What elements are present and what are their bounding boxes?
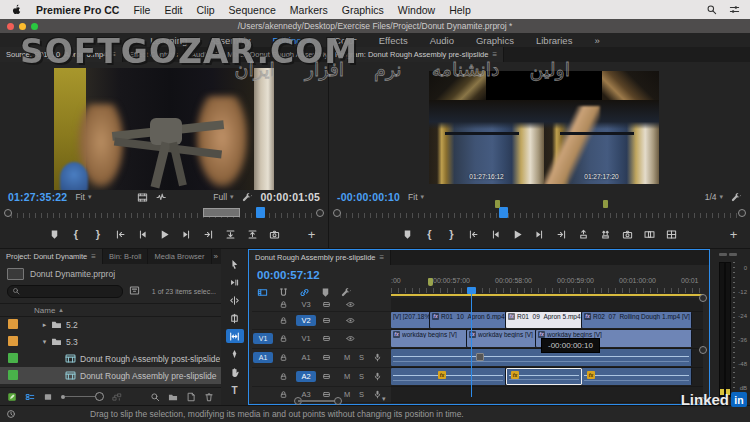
panel-tab-overflow-button[interactable]: » xyxy=(321,47,325,62)
solo-track-button[interactable]: S xyxy=(359,372,364,381)
new-bin-button[interactable] xyxy=(168,392,178,402)
apple-menu-icon[interactable] xyxy=(10,4,22,16)
sequence-marker[interactable] xyxy=(428,278,433,286)
panel-menu-icon[interactable]: ≡ xyxy=(492,50,497,59)
project-tab-media-browser[interactable]: Media Browser xyxy=(148,249,211,264)
track-target-v2[interactable]: V2 xyxy=(296,315,316,326)
settings-wrench-icon[interactable] xyxy=(242,192,253,203)
timeline-clip[interactable]: fxR02_07_Rolling Dough 1.mp4 [V] xyxy=(582,312,692,328)
drag-video-icon[interactable] xyxy=(137,192,148,203)
sync-lock-icon[interactable] xyxy=(322,316,331,325)
program-tab-program-donut-rough-assembly-pre-slipslide[interactable]: Program: Donut Rough Assembly pre-slipsl… xyxy=(329,47,504,62)
lock-icon[interactable] xyxy=(279,300,288,309)
workspace-tab-assembly[interactable]: Assembly xyxy=(209,35,250,46)
source-tab-audio-clip-mixer-donut-rough-assembly-p[interactable]: Audio Clip Mixer: Donut Rough Assembly p xyxy=(185,47,328,62)
panel-menu-icon[interactable]: ≡ xyxy=(111,50,116,59)
overwrite-button[interactable] xyxy=(246,227,259,241)
hand-tool-button[interactable] xyxy=(226,365,244,379)
source-patch-empty[interactable] xyxy=(253,371,273,382)
source-resolution-select[interactable]: Full▾ xyxy=(213,192,233,202)
workspace-tab-audio[interactable]: Audio xyxy=(430,35,454,46)
export-frame-button[interactable] xyxy=(621,227,634,241)
project-item-5-2[interactable]: ▸5.2 xyxy=(0,316,221,333)
sync-lock-icon[interactable] xyxy=(322,353,331,362)
timeline-scroll-handle[interactable] xyxy=(699,346,707,354)
menu-item-graphics[interactable]: Graphics xyxy=(342,4,384,16)
comparison-view-button[interactable] xyxy=(643,227,656,241)
timeline-clip[interactable]: fxworkday begins [V] xyxy=(467,330,536,347)
panel-menu-icon[interactable]: ≡ xyxy=(91,252,96,261)
zoom-slider-button[interactable] xyxy=(61,392,104,401)
chevron-down-icon[interactable]: ▾ xyxy=(382,395,386,403)
timeline-tab-donut-rough-assembly-pre-slipslide[interactable]: Donut Rough Assembly pre-slipslide≡ xyxy=(249,250,391,265)
workspace-overflow-button[interactable]: » xyxy=(594,35,599,46)
timeline-clip[interactable]: fxR01_09_Apron 5.mp4 [V] xyxy=(506,312,582,328)
lift-button[interactable] xyxy=(577,227,590,241)
selection-tool-button[interactable] xyxy=(226,257,244,271)
track-target-a1[interactable]: A1 xyxy=(296,352,316,363)
toggle-track-output-icon[interactable] xyxy=(346,316,355,325)
timeline-position-timecode[interactable]: 00:00:57:12 xyxy=(257,269,320,281)
timeline-scroll-handle[interactable] xyxy=(699,294,707,302)
button-editor-button[interactable]: + xyxy=(727,227,740,241)
toggle-track-output-icon[interactable] xyxy=(346,300,355,309)
project-file-row[interactable]: Donut Dynamite.prproj xyxy=(7,267,221,281)
workspace-tab-color[interactable]: Color xyxy=(334,35,357,46)
step-forward-button[interactable] xyxy=(533,227,546,241)
voiceover-record-icon[interactable] xyxy=(373,372,382,381)
menu-item-edit[interactable]: Edit xyxy=(164,4,182,16)
search-icon[interactable] xyxy=(706,4,717,15)
solo-track-button[interactable]: S xyxy=(359,353,364,362)
timeline-settings-button[interactable] xyxy=(340,287,352,298)
source-tab-source-r01-10-apron-6-mp4[interactable]: Source: R01_10_Apron 6.mp4≡ xyxy=(0,47,123,62)
control-center-icon[interactable] xyxy=(729,4,740,15)
project-item-donut-rough-assembly-post-slipslide[interactable]: Donut Rough Assembly post-slipslide xyxy=(0,350,221,367)
add-marker-button[interactable] xyxy=(48,227,61,241)
program-playhead[interactable] xyxy=(499,207,508,218)
column-header-name[interactable]: Name▴ xyxy=(0,303,221,317)
zoom-window-button[interactable] xyxy=(31,23,38,30)
zoom-scrollbar-handle-right[interactable] xyxy=(334,397,342,405)
project-tab-project-donut-dynamite[interactable]: Project: Donut Dynamite≡ xyxy=(0,249,103,264)
workspace-tab-learning[interactable]: Learning xyxy=(150,35,187,46)
button-editor-button[interactable]: + xyxy=(305,227,318,241)
menu-item-help[interactable]: Help xyxy=(449,4,471,16)
scrubber-zoom-handle-right[interactable] xyxy=(738,209,746,217)
source-patch-v1[interactable]: V1 xyxy=(253,333,273,344)
app-menu[interactable]: Premiere Pro CC xyxy=(36,4,119,16)
panel-tab-overflow-button[interactable]: » xyxy=(214,249,218,264)
search-input[interactable] xyxy=(7,285,123,298)
source-playhead[interactable] xyxy=(256,207,265,218)
workspace-tab-graphics[interactable]: Graphics xyxy=(476,35,514,46)
sequence-marker[interactable] xyxy=(495,200,500,208)
mute-track-button[interactable]: M xyxy=(344,353,350,362)
lock-icon[interactable] xyxy=(279,334,288,343)
workspace-menu-icon[interactable]: ≡ xyxy=(307,35,313,46)
track-target-a2[interactable]: A2 xyxy=(296,371,316,382)
label-color-swatch[interactable] xyxy=(8,319,18,329)
timeline-zoom-scrollbar[interactable]: ▾ xyxy=(252,397,706,405)
source-patch-empty[interactable] xyxy=(253,299,273,310)
timeline-clip[interactable] xyxy=(391,368,506,385)
project-tab-bin-b-roll[interactable]: Bin: B-roll xyxy=(103,249,149,264)
menu-item-file[interactable]: File xyxy=(133,4,150,16)
event-log-icon[interactable] xyxy=(6,409,16,419)
go-to-in-button[interactable] xyxy=(114,227,127,241)
zoom-scrollbar-track[interactable] xyxy=(298,400,336,402)
label-color-swatch[interactable] xyxy=(8,370,18,380)
expand-icon[interactable]: ▸ xyxy=(40,321,49,329)
project-writable-button[interactable] xyxy=(7,392,17,402)
collapse-icon[interactable]: ▾ xyxy=(40,338,49,346)
menu-item-sequence[interactable]: Sequence xyxy=(229,4,276,16)
program-scrubber[interactable] xyxy=(335,207,744,219)
timeline-clip[interactable] xyxy=(582,368,692,385)
source-inout-region[interactable] xyxy=(203,208,240,217)
razor-tool-button[interactable] xyxy=(226,311,244,325)
insert-button[interactable] xyxy=(224,227,237,241)
step-forward-button[interactable] xyxy=(180,227,193,241)
workspace-tab-effects[interactable]: Effects xyxy=(379,35,408,46)
mark-out-button[interactable]: } xyxy=(92,227,105,241)
workspace-tab-libraries[interactable]: Libraries xyxy=(536,35,572,46)
mute-track-button[interactable]: M xyxy=(344,372,350,381)
slip-tool-button[interactable] xyxy=(226,329,244,343)
